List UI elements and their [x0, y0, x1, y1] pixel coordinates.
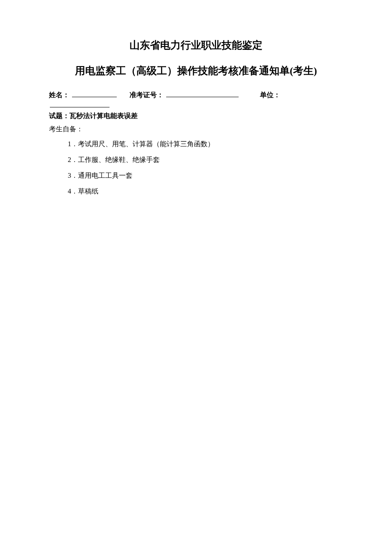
info-row: 姓名： 准考证号： 单位： [49, 90, 343, 109]
page-title-2: 用电监察工（高级工）操作技能考核准备通知单(考生) [49, 64, 343, 78]
list-item: 1．考试用尺、用笔、计算器（能计算三角函数） [68, 140, 343, 149]
id-blank [166, 90, 239, 97]
prep-list: 1．考试用尺、用笔、计算器（能计算三角函数） 2．工作服、绝缘鞋、绝缘手套 3．… [49, 140, 343, 196]
list-item: 4．草稿纸 [68, 187, 343, 196]
name-label: 姓名： [49, 91, 69, 98]
unit-blank [50, 100, 110, 107]
page-title-1: 山东省电力行业职业技能鉴定 [49, 38, 343, 52]
id-label: 准考证号： [130, 91, 164, 98]
topic-row: 试题：瓦秒法计算电能表误差 [49, 112, 343, 121]
topic-value: 瓦秒法计算电能表误差 [69, 112, 138, 119]
list-item: 2．工作服、绝缘鞋、绝缘手套 [68, 156, 343, 165]
section-label: 考生自备： [49, 125, 343, 134]
unit-label: 单位： [260, 91, 280, 98]
topic-label: 试题： [49, 112, 69, 119]
list-item: 3．通用电工工具一套 [68, 171, 343, 180]
name-blank [72, 90, 117, 97]
